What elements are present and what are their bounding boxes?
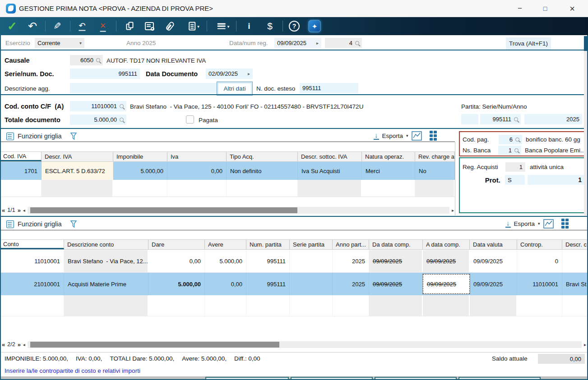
serie-doc-field[interactable] (70, 69, 103, 79)
cell-iva[interactable]: 0,00 (167, 162, 227, 180)
cell-avere[interactable]: 0,00 (205, 273, 246, 295)
cell-rev-charge[interactable]: No (415, 162, 455, 180)
altri-dati-button[interactable]: Altri dati (217, 82, 253, 96)
partita-numero-field[interactable]: 995111 (480, 114, 521, 124)
cell-cod-iva[interactable]: 1701 (0, 162, 42, 180)
data-documento-field[interactable]: 02/09/2025▸ (206, 69, 253, 79)
duplicate-icon[interactable] (126, 22, 134, 31)
cell-anno-partita[interactable]: 2025 (333, 250, 369, 272)
pager-first-icon[interactable]: « (2, 207, 5, 214)
grid2-col-header[interactable]: Num. partita (246, 240, 290, 249)
filter-funnel-icon[interactable] (70, 220, 77, 228)
delete-row-icon[interactable]: × (100, 21, 106, 32)
cell-a-data-comp[interactable]: 09/09/2025 (423, 250, 470, 272)
cell-data-valuta[interactable]: 09/09/2025 (470, 250, 517, 272)
edit-pencil-icon[interactable]: ✎ (53, 21, 61, 32)
grid-view-icon[interactable] (561, 219, 569, 229)
grid1-funzioni-griglia-button[interactable]: Funzioni griglia (6, 130, 77, 142)
grid2-col-header[interactable]: Anno part... (333, 240, 369, 249)
grid2-col-header[interactable]: A data comp. (423, 240, 470, 249)
filter-funnel-icon[interactable] (70, 133, 77, 140)
pagata-checkbox[interactable] (186, 115, 194, 124)
grid1-esporta-button[interactable]: Esporta (382, 133, 403, 139)
pager-last-icon[interactable]: » (18, 207, 21, 214)
grid2-col-header[interactable]: Data valuta (470, 240, 517, 249)
cell-serie-partita[interactable] (290, 273, 333, 295)
maximize-button[interactable]: □ (535, 3, 555, 14)
grid1-empty-row[interactable] (0, 180, 455, 197)
totale-documento-field[interactable]: 5.000,00 (70, 114, 126, 125)
scroll-left-icon[interactable]: ◂ (23, 208, 25, 213)
grid2-esporta-button[interactable]: Esporta (514, 220, 535, 227)
trova-shortcut-badge[interactable]: Trova (Alt+F1) (506, 37, 551, 50)
prot-num-field[interactable]: 1 (528, 175, 585, 185)
grid1-row-selected[interactable]: 1701 ESCL.ART. 5 D.633/72 5.000,00 0,00 … (0, 162, 455, 180)
cell-data-valuta[interactable]: 09/09/2025 (470, 273, 517, 295)
cell-natura-operaz[interactable]: Merci (362, 162, 415, 180)
confirm-check-icon[interactable]: ✓ (7, 19, 17, 33)
grid1-col-header[interactable]: Rev. charge a (415, 152, 455, 161)
esci-button[interactable]: Esci (555, 37, 579, 50)
cell-num-partita[interactable]: 995111 (246, 250, 290, 272)
grid1-col-header[interactable]: Natura operaz. (362, 152, 415, 161)
list-menu-icon[interactable]: ▾ (218, 23, 230, 29)
cell-controp[interactable]: 11010001 (517, 273, 562, 295)
cell-avere[interactable]: 5.000,00 (205, 250, 246, 272)
scroll-left-icon[interactable]: ◂ (23, 342, 25, 347)
num-doc-field[interactable]: 995111 (103, 69, 140, 79)
cell-descrizione-conto[interactable]: Bravi Stefano - Via Pace, 12... (64, 250, 148, 272)
grid2-hscrollbar-thumb[interactable] (30, 342, 279, 348)
cell-descr-controp[interactable]: Bravi St (562, 273, 588, 295)
grid1-col-header[interactable]: Iva (167, 152, 227, 161)
data-reg-field[interactable]: 09/09/2025▸ (274, 38, 321, 48)
cell-descr-controp[interactable] (562, 250, 588, 272)
cell-imponibile[interactable]: 5.000,00 (113, 162, 167, 180)
cell-da-data-comp[interactable]: 09/09/2025 (369, 250, 423, 272)
reg-acquisti-field[interactable]: 1 (505, 162, 525, 172)
grid2-row[interactable]: 11010001 Bravi Stefano - Via Pace, 12...… (0, 250, 588, 273)
grid1-hscrollbar[interactable] (28, 207, 449, 214)
grid1-col-header[interactable]: Descr. IVA (42, 152, 113, 161)
grid2-col-header[interactable]: Descr. c (562, 240, 588, 249)
ns-banca-field[interactable]: 1 (498, 146, 521, 155)
causale-field[interactable]: 6050 (70, 55, 103, 65)
cell-a-data-comp-editing[interactable]: 09/09/2025 (423, 274, 470, 294)
pager-first-icon[interactable]: « (2, 341, 5, 348)
grid2-funzioni-griglia-button[interactable]: Funzioni griglia (6, 218, 77, 230)
cod-pag-field[interactable]: 6 (499, 135, 522, 144)
grid1-col-header[interactable]: Cod. IVA (0, 152, 42, 161)
cell-descr-iva[interactable]: ESCL.ART. 5 D.633/72 (42, 162, 113, 180)
scroll-right-icon[interactable]: ▸ (584, 342, 586, 347)
esercizio-dropdown[interactable]: Corrente▾ (35, 38, 84, 48)
grid1-col-header[interactable]: Imponibile (113, 152, 167, 161)
scroll-right-icon[interactable]: ▸ (452, 208, 454, 213)
cell-descr-sottoc[interactable]: Iva Su Acquisti (298, 162, 362, 180)
prot-serie-field[interactable]: S (505, 175, 525, 185)
descrizione-agg-field[interactable] (70, 83, 217, 93)
grid2-col-header[interactable]: Descrizione conto (64, 240, 148, 249)
grid2-col-header[interactable]: Da data comp. (369, 240, 423, 249)
grid-view-icon[interactable] (430, 131, 437, 141)
close-button[interactable]: × (562, 3, 582, 14)
cell-descrizione-conto[interactable]: Acquisti Materie Prime (64, 273, 148, 295)
help-icon[interactable]: ? (289, 21, 300, 32)
document-menu-icon[interactable]: ▾ (189, 22, 199, 31)
chart-icon[interactable] (412, 131, 422, 141)
grid2-empty-row[interactable] (0, 295, 588, 316)
vertical-scrollbar[interactable] (584, 36, 587, 215)
grid2-col-header[interactable]: Avere (205, 240, 246, 249)
n-doc-esteso-field[interactable]: 995111 (300, 83, 358, 93)
grid1-col-header[interactable]: Tipo Acq. (227, 152, 298, 161)
cell-conto[interactable]: 21010001 (0, 273, 64, 295)
minimize-button[interactable]: − (510, 3, 530, 14)
cell-tipo-acq[interactable]: Non definito (227, 162, 298, 180)
grid2-col-header[interactable]: Controp. (517, 240, 562, 249)
currency-icon[interactable]: $ (267, 21, 273, 32)
revert-row-icon[interactable]: ↶ (79, 22, 85, 31)
cell-conto[interactable]: 11010001 (0, 250, 64, 272)
grid1-hscrollbar-thumb[interactable] (30, 207, 297, 213)
cell-da-data-comp[interactable]: 09/09/2025 (369, 273, 423, 295)
grid2-col-header[interactable]: Serie partita (290, 240, 333, 249)
partita-anno-field[interactable]: 2025 (524, 114, 582, 124)
cell-controp[interactable]: 0 (517, 250, 562, 272)
